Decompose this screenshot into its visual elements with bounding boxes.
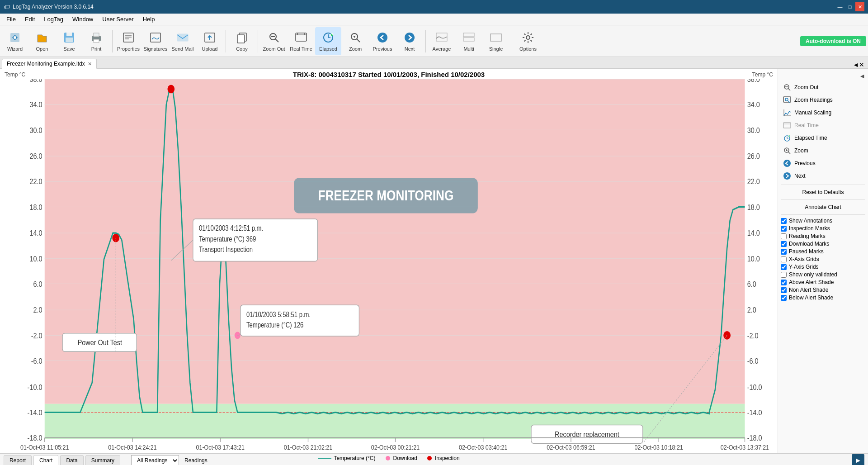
- options-button[interactable]: Options: [515, 27, 541, 55]
- svg-text:26.0: 26.0: [29, 152, 42, 160]
- rp-annotate-chart-button[interactable]: Annotate Chart: [781, 203, 865, 212]
- chart-area[interactable]: 38.0 34.0 30.0 26.0 22.0 18.0 14.0 10.0 …: [5, 79, 773, 453]
- svg-point-121: [783, 160, 791, 167]
- toolbar: Wizard Open Save Print Properties Signat…: [0, 25, 868, 57]
- upload-button[interactable]: Upload: [197, 27, 223, 55]
- rp-elapsed-time-button[interactable]: Elapsed Time: [781, 132, 865, 144]
- rp-annotate-chart-label: Annotate Chart: [805, 204, 841, 210]
- cb-x-axis-grids-input[interactable]: [781, 256, 787, 262]
- svg-text:38.0: 38.0: [747, 79, 760, 83]
- cb-inspection-marks-input[interactable]: [781, 226, 787, 232]
- cb-inspection-marks-label: Inspection Marks: [789, 225, 830, 232]
- cb-y-axis-grids-label: Y-Axis Grids: [789, 264, 819, 270]
- next-button[interactable]: Next: [396, 27, 423, 55]
- send-mail-button[interactable]: Send Mail: [170, 27, 196, 55]
- cb-y-axis-grids-input[interactable]: [781, 264, 787, 270]
- annotation-transport-temp: Temperature (°C) 369: [199, 235, 256, 243]
- zoom-button[interactable]: Zoom: [342, 27, 368, 55]
- menu-file[interactable]: File: [2, 14, 20, 24]
- wizard-icon: [8, 30, 22, 45]
- cb-paused-marks[interactable]: Paused Marks: [781, 248, 865, 255]
- cb-show-annotations-input[interactable]: [781, 218, 787, 224]
- single-icon: [489, 30, 503, 45]
- annotation-temp126-temp: Temperature (°C) 126: [246, 321, 303, 329]
- y-axis-label-left: Temp °C: [5, 71, 25, 78]
- previous-button[interactable]: Previous: [369, 27, 396, 55]
- open-button[interactable]: Open: [29, 27, 55, 55]
- svg-text:38.0: 38.0: [29, 79, 42, 83]
- cb-non-alert-shade-input[interactable]: [781, 287, 787, 293]
- file-tab[interactable]: Freezer Monitoring Example.ltdx ✕: [2, 59, 97, 69]
- cb-y-axis-grids[interactable]: Y-Axis Grids: [781, 264, 865, 270]
- zoom-out-button[interactable]: Zoom Out: [261, 27, 287, 55]
- copy-button[interactable]: Copy: [229, 27, 255, 55]
- cb-show-annotations-label: Show Annotations: [789, 218, 832, 224]
- properties-button[interactable]: Properties: [115, 27, 142, 55]
- rp-previous-button[interactable]: Previous: [781, 157, 865, 169]
- elapsed-label: Elapsed: [319, 46, 337, 52]
- menu-logtag[interactable]: LogTag: [39, 14, 68, 24]
- menu-edit[interactable]: Edit: [20, 14, 39, 24]
- svg-point-36: [526, 36, 530, 39]
- cb-reading-marks[interactable]: Reading Marks: [781, 233, 865, 239]
- rp-next-button[interactable]: Next: [781, 170, 865, 182]
- cb-x-axis-grids[interactable]: X-Axis Grids: [781, 256, 865, 262]
- cb-show-only-validated-input[interactable]: [781, 272, 787, 278]
- single-button[interactable]: Single: [483, 27, 509, 55]
- wizard-button[interactable]: Wizard: [2, 27, 28, 55]
- average-button[interactable]: Average: [429, 27, 455, 55]
- svg-point-116: [788, 135, 790, 137]
- cb-above-alert-shade[interactable]: Above Alert Shade: [781, 279, 865, 285]
- rp-reset-defaults-button[interactable]: Reset to Defaults: [781, 188, 865, 197]
- next-icon: [402, 30, 417, 45]
- chart-title: TRIX-8: 0004310317 Started 10/01/2003, F…: [293, 71, 485, 78]
- rp-manual-scaling-button[interactable]: Manual Scaling: [781, 107, 865, 119]
- svg-text:-18.0: -18.0: [747, 434, 762, 442]
- rp-real-time-button[interactable]: Real Time: [781, 119, 865, 131]
- rp-zoom-readings-label: Zoom Readings: [794, 97, 833, 103]
- cb-show-annotations[interactable]: Show Annotations: [781, 218, 865, 224]
- menu-window[interactable]: Window: [68, 14, 98, 24]
- tab-close-button[interactable]: ✕: [88, 61, 92, 67]
- cb-reading-marks-input[interactable]: [781, 233, 787, 239]
- cb-inspection-marks[interactable]: Inspection Marks: [781, 225, 865, 232]
- elapsed-button[interactable]: Elapsed: [315, 27, 341, 55]
- menu-user-server[interactable]: User Server: [98, 14, 138, 24]
- elapsed-icon: [321, 30, 335, 45]
- real-time-button[interactable]: Real Time: [288, 27, 314, 55]
- cb-download-marks-input[interactable]: [781, 241, 787, 247]
- save-button[interactable]: Save: [56, 27, 82, 55]
- legend-download: Download: [385, 455, 417, 461]
- maximize-button[interactable]: □: [845, 2, 854, 11]
- upload-icon: [203, 30, 217, 45]
- close-button[interactable]: ✕: [855, 2, 864, 11]
- rp-zoom-readings-button[interactable]: Zoom Readings: [781, 94, 865, 106]
- menu-help[interactable]: Help: [138, 14, 160, 24]
- annotation-transport-label: Transport Inspection: [199, 246, 253, 253]
- svg-line-107: [788, 88, 790, 90]
- cb-download-marks[interactable]: Download Marks: [781, 241, 865, 247]
- signatures-button[interactable]: Signatures: [142, 27, 169, 55]
- cb-non-alert-shade[interactable]: Non Alert Shade: [781, 287, 865, 293]
- rp-zoom-button[interactable]: Zoom: [781, 145, 865, 157]
- cb-show-only-validated[interactable]: Show only validated: [781, 271, 865, 278]
- rp-previous-label: Previous: [794, 160, 816, 166]
- legend-inspection: Inspection: [426, 455, 460, 461]
- svg-text:-6.0: -6.0: [31, 357, 42, 365]
- svg-text:18.0: 18.0: [29, 203, 42, 211]
- tab-arrow-left[interactable]: ◄: [853, 61, 859, 68]
- cb-below-alert-shade-input[interactable]: [781, 295, 787, 301]
- cb-below-alert-shade[interactable]: Below Alert Shade: [781, 294, 865, 301]
- play-button[interactable]: ▶: [852, 454, 864, 465]
- multi-label: Multi: [463, 46, 474, 52]
- minimize-button[interactable]: —: [835, 2, 844, 11]
- cb-paused-marks-input[interactable]: [781, 249, 787, 255]
- rp-zoom-out-button[interactable]: Zoom Out: [781, 81, 865, 93]
- tab-bar: Freezer Monitoring Example.ltdx ✕ ◄ ✕: [0, 57, 868, 69]
- cb-above-alert-shade-input[interactable]: [781, 280, 787, 285]
- panel-collapse-button[interactable]: ◄: [859, 72, 865, 80]
- svg-point-25: [330, 33, 333, 36]
- tab-arrow-right[interactable]: ✕: [859, 61, 864, 68]
- print-button[interactable]: Print: [83, 27, 109, 55]
- multi-button[interactable]: Multi: [456, 27, 482, 55]
